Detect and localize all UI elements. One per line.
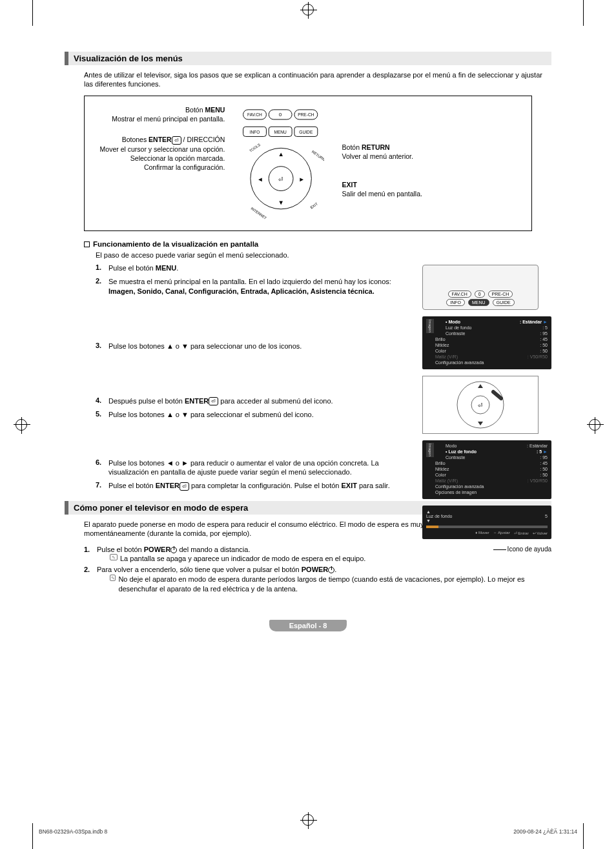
dpad-icon: ⏎ xyxy=(422,376,539,434)
osd-screenshot: Imagen • Modo: Estándar ►Luz de fondo: 5… xyxy=(422,316,551,369)
power-icon xyxy=(170,547,177,553)
svg-text:GUIDE: GUIDE xyxy=(300,129,314,134)
svg-text:▼: ▼ xyxy=(278,199,284,206)
svg-text:MENU: MENU xyxy=(274,129,287,134)
subsection-note: El paso de acceso puede variar según el … xyxy=(96,251,551,260)
svg-text:►: ► xyxy=(299,176,305,183)
return-desc: Volver al menú anterior. xyxy=(342,152,525,161)
crop-mark xyxy=(583,0,584,26)
power-icon xyxy=(328,567,334,573)
note-icon: ✎ xyxy=(110,575,116,581)
step-number: 4. xyxy=(96,396,108,406)
subsection-heading: Funcionamiento de la visualización en pa… xyxy=(84,240,551,248)
remote-diagram: Botón MENUBotón MENU Mostrar el menú pri… xyxy=(84,96,532,231)
intro-text: Antes de utilizar el televisor, siga los… xyxy=(84,70,551,89)
svg-text:⏎: ⏎ xyxy=(478,402,483,409)
enter-desc: Confirmar la configuración. xyxy=(91,163,225,172)
svg-text:▲: ▲ xyxy=(278,150,284,157)
svg-text:FAV.CH: FAV.CH xyxy=(247,112,262,117)
svg-text:⏎: ⏎ xyxy=(278,176,283,183)
registration-mark-icon xyxy=(302,814,314,826)
figure-column: FAV.CH0PRE-CH INFOMENUGUIDE Imagen • Mod… xyxy=(422,265,551,553)
svg-text:RETURN: RETURN xyxy=(311,149,323,161)
registration-mark-icon xyxy=(15,419,27,431)
enter-icon: ⏎ xyxy=(172,136,181,145)
step-note: ✎No deje el aparato en modo de espera du… xyxy=(110,575,551,594)
remote-partial-icon: FAV.CH0PRE-CH INFOMENUGUIDE xyxy=(422,265,539,310)
menu-button-desc: Mostrar el menú principal en pantalla. xyxy=(91,114,225,123)
help-icon-label: Icono de ayuda xyxy=(422,546,551,553)
crop-mark xyxy=(583,823,584,849)
footer: BN68-02329A-03Spa.indb 8 2009-08-24 ¿ÀÈÄ… xyxy=(39,828,577,835)
svg-text:0: 0 xyxy=(279,112,282,118)
step-number: 7. xyxy=(96,481,108,491)
osd-screenshot: Imagen Modo: Estándar• Luz de fondo: 5 ►… xyxy=(422,440,551,499)
enter-desc: Mover el cursor y seleccionar una opción… xyxy=(91,145,225,154)
exit-desc: Salir del menú en pantalla. xyxy=(342,189,525,198)
step-number: 2. xyxy=(84,565,97,594)
footer-left: BN68-02329A-03Spa.indb 8 xyxy=(39,828,107,835)
section-title: Visualización de los menús xyxy=(65,52,551,65)
page-number: Español - 8 xyxy=(269,620,347,631)
step-number: 6. xyxy=(96,458,108,478)
registration-mark-icon xyxy=(589,419,601,431)
slider-screenshot: ▲Luz de fondo▼ 5 ♦ Mover ↔ Ajustar ⏎ Ent… xyxy=(422,506,551,539)
svg-text:◄: ◄ xyxy=(258,176,263,183)
enter-button-label: Botones ENTER⏎ / DIRECCIÓN xyxy=(91,135,225,145)
enter-icon: ⏎ xyxy=(209,397,218,405)
footer-right: 2009-08-24 ¿ÀÈÄ 1:31:14 xyxy=(513,828,577,835)
enter-icon: ⏎ xyxy=(180,482,189,491)
step-note: ✎La pantalla se apaga y aparece un indic… xyxy=(110,554,551,564)
note-icon: ✎ xyxy=(110,554,118,560)
enter-desc: Seleccionar la opción marcada. xyxy=(91,154,225,163)
square-bullet-icon xyxy=(84,241,90,247)
svg-text:PRE-CH: PRE-CH xyxy=(298,112,315,117)
crop-mark xyxy=(32,0,33,26)
svg-text:INFO: INFO xyxy=(250,129,260,134)
return-button-label: Botón RETURN xyxy=(342,143,525,152)
exit-label: EXIT xyxy=(342,180,525,189)
step-number: 5. xyxy=(96,410,108,420)
step-number: 1. xyxy=(84,545,97,564)
svg-text:INTERNET: INTERNET xyxy=(251,206,268,220)
svg-text:TOOLS: TOOLS xyxy=(249,142,261,152)
menu-button-label: Botón MENUBotón MENU xyxy=(91,105,225,114)
registration-mark-icon xyxy=(302,4,314,15)
remote-control-icon: FAV.CH 0 PRE-CH INFO MENU GUIDE ⏎ ▲ ▼ ◄ … xyxy=(238,105,323,221)
step-text: Para volver a encenderlo, sólo tiene que… xyxy=(97,565,551,575)
step-number: 1. xyxy=(96,263,108,273)
step-number: 2. xyxy=(96,277,108,296)
svg-text:EXIT: EXIT xyxy=(310,201,319,209)
step-number: 3. xyxy=(96,342,108,351)
crop-mark xyxy=(32,823,33,849)
